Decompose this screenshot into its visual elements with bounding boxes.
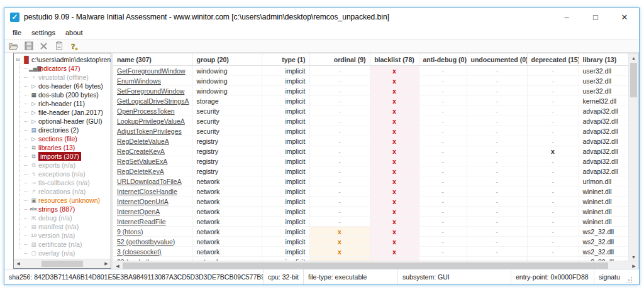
table-row[interactable]: URLDownloadToFileAnetworkimplicit-x---ur… (113, 176, 629, 187)
scroll-thumb[interactable] (630, 63, 637, 97)
sidebar-item-indicators[interactable]: ▂▅▇indicators (47) (16, 64, 111, 73)
table-vertical-scrollbar[interactable]: ▲ ▼ (628, 53, 638, 261)
menu-item-about[interactable]: about (60, 29, 88, 36)
scroll-thumb[interactable] (123, 262, 608, 269)
column-header-group[interactable]: group (20) (192, 53, 262, 66)
table-row[interactable]: EnumWindowswindowingimplicit-x---user32.… (113, 76, 629, 86)
sidebar-item-dos-stub[interactable]: ▦dos-stub (200 bytes) (16, 90, 111, 99)
sidebar-item-resources[interactable]: ▣resources (unknown) (16, 196, 111, 205)
column-header-deprecated[interactable]: deprecated (15) (527, 53, 579, 66)
sidebar-item-directories[interactable]: ▤directories (2) (16, 126, 111, 134)
close-file-button[interactable] (38, 41, 50, 51)
maximize-button[interactable]: □ (581, 8, 610, 26)
table-row[interactable]: RegCreateKeyAregistryimplicit-x--xadvapi… (113, 146, 629, 156)
sidebar-item-optional-header[interactable]: ▷optional-header (GUI) (16, 117, 111, 126)
table-row[interactable]: InternetReadFilenetworkimplicit-x---wini… (113, 217, 629, 227)
scroll-right-arrow[interactable]: ▶ (630, 261, 638, 269)
column-header-ordinal[interactable]: ordinal (9) (309, 53, 370, 66)
sidebar-item-exceptions[interactable]: ϟexceptions (n/a) (16, 170, 111, 178)
open-file-button[interactable] (8, 41, 19, 51)
table-row[interactable]: RegDeleteValueAregistryimplicit-x---adva… (113, 136, 629, 146)
cell-name[interactable]: InternetOpenA (113, 207, 192, 217)
cell-name[interactable]: GetLogicalDriveStringsA (113, 96, 192, 106)
table-row[interactable]: InternetOpenAnetworkimplicit-x---wininet… (113, 207, 629, 217)
table-row[interactable]: GetForegroundWindowwindowingimplicit-x--… (113, 66, 629, 76)
scroll-up-arrow[interactable]: ▲ (629, 53, 638, 62)
table-row[interactable]: LookupPrivilegeValueAsecurityimplicit-x-… (113, 116, 629, 126)
sidebar-item-manifest[interactable]: ▤manifest (n/a) (16, 222, 111, 231)
cell-name[interactable]: 3 (closesocket) (113, 247, 192, 257)
sidebar-item-overlay[interactable]: ▢overlay (n/a) (16, 249, 111, 257)
table-row[interactable]: 9 (htons)networkimplicitxx---ws2_32.dll (113, 227, 629, 237)
cell-name[interactable]: LookupPrivilegeValueA (113, 116, 192, 126)
cell-name[interactable]: EnumWindows (113, 76, 192, 86)
report-button[interactable] (53, 41, 65, 51)
cell-name[interactable]: SetForegroundWindow (113, 86, 192, 96)
column-header-type[interactable]: type (1) (262, 53, 309, 66)
column-header-blacklist[interactable]: blacklist (78) (370, 53, 419, 66)
scroll-right-arrow[interactable]: ▶ (102, 259, 111, 268)
scroll-left-arrow[interactable]: ◀ (113, 261, 122, 269)
table-row[interactable]: RegDeleteKeyAregistryimplicit-x---advapi… (113, 166, 629, 176)
sidebar-item-relocations[interactable]: ↱relocations (n/a) (16, 187, 111, 196)
cell-name[interactable]: AdjustTokenPrivileges (113, 126, 192, 136)
sidebar-item-rich-header[interactable]: ▷rich-header (11) (16, 99, 111, 108)
cell-anti_debug: - (419, 207, 467, 217)
cell-name[interactable]: URLDownloadToFileA (113, 176, 192, 187)
sidebar-item-virustotal[interactable]: »virustotal (offline) (16, 73, 111, 82)
menu-item-file[interactable]: file (8, 29, 26, 36)
table-row[interactable]: 3 (closesocket)networkimplicitxx---ws2_3… (113, 247, 629, 257)
imports-table: name (307)group (20)type (1)ordinal (9)b… (113, 53, 629, 261)
menu-item-settings[interactable]: settings (26, 29, 60, 36)
collapse-icon[interactable]: ⊟ (16, 55, 22, 64)
save-button[interactable] (23, 41, 35, 51)
column-header-undocumented[interactable]: undocumented (0) (467, 53, 527, 66)
cell-name[interactable]: InternetCloseHandle (113, 187, 192, 197)
table-row[interactable]: InternetOpenUrlAnetworkimplicit-x---wini… (113, 197, 629, 207)
cell-name[interactable]: InternetReadFile (113, 217, 192, 227)
cell-name[interactable]: InternetOpenUrlA (113, 197, 192, 207)
table-row[interactable]: OpenProcessTokensecurityimplicit-x---adv… (113, 106, 629, 116)
table-horizontal-scrollbar[interactable]: ◀ ▶ (113, 261, 638, 269)
sidebar-item-imports[interactable]: ⧉imports (307) (16, 152, 111, 161)
table-row[interactable]: RegSetValueExAregistryimplicit-x---advap… (113, 156, 629, 166)
scroll-down-arrow[interactable]: ▼ (629, 252, 638, 261)
table-row[interactable]: SetForegroundWindowwindowingimplicit-x--… (113, 86, 629, 96)
tree-horizontal-scrollbar[interactable]: ◀ ▶ (14, 259, 111, 268)
cell-deprecated: - (527, 66, 579, 76)
table-row[interactable]: GetLogicalDriveStringsAstorageimplicit-x… (113, 96, 629, 106)
resize-grip[interactable] (626, 276, 633, 283)
cell-library: ws2_32.dll (579, 227, 629, 237)
scroll-left-arrow[interactable]: ◀ (14, 259, 23, 268)
help-button[interactable]: ? (68, 41, 80, 51)
sidebar-item-file-header[interactable]: ▷file-header (Jan.2017) (16, 108, 111, 117)
sidebar-item-sections[interactable]: ▷sections (file) (16, 134, 111, 143)
sidebar-item-version[interactable]: 1.0version (n/a) (16, 231, 111, 240)
column-header-name[interactable]: name (307) (113, 53, 192, 66)
sidebar-item-libraries[interactable]: ⧉libraries (13) (16, 143, 111, 152)
sidebar-item-dos-header[interactable]: ▷dos-header (64 bytes) (16, 82, 111, 90)
table-row[interactable]: AdjustTokenPrivilegessecurityimplicit-x-… (113, 126, 629, 136)
cell-name[interactable]: RegDeleteValueA (113, 136, 192, 146)
cell-name[interactable]: 52 (gethostbyvalue) (113, 237, 192, 247)
cell-name[interactable]: RegCreateKeyA (113, 146, 192, 156)
table-row[interactable]: InternetCloseHandlenetworkimplicit-x---w… (113, 187, 629, 197)
cell-name[interactable]: RegSetValueExA (113, 156, 192, 166)
scroll-thumb[interactable] (42, 261, 83, 267)
tree-root-file[interactable]: ⊟▉c:\users\admin\desktop\ren (16, 55, 111, 64)
sidebar-item-debug[interactable]: Жdebug (n/a) (16, 214, 111, 222)
table-row[interactable]: 52 (gethostbyvalue)networkimplicitxx---w… (113, 237, 629, 247)
cell-group: network (192, 237, 262, 247)
cell-name[interactable]: GetForegroundWindow (113, 66, 192, 76)
sidebar-item-exports[interactable]: ⧉exports (n/a) (16, 161, 111, 170)
cell-name[interactable]: 9 (htons) (113, 227, 192, 237)
cell-name[interactable]: OpenProcessToken (113, 106, 192, 116)
cell-name[interactable]: RegDeleteKeyA (113, 166, 192, 176)
sidebar-item-certificate[interactable]: ▨certificate (n/a) (16, 240, 111, 249)
minimize-button[interactable]: – (552, 8, 581, 26)
column-header-library[interactable]: library (13) (579, 53, 629, 66)
column-header-anti_debug[interactable]: anti-debug (0) (419, 53, 467, 66)
close-button[interactable]: ✕ (610, 8, 639, 26)
sidebar-item-tls-callbacks[interactable]: ⊸tls-callbacks (n/a) (16, 178, 111, 187)
sidebar-item-strings[interactable]: abcstrings (887) (16, 205, 111, 214)
